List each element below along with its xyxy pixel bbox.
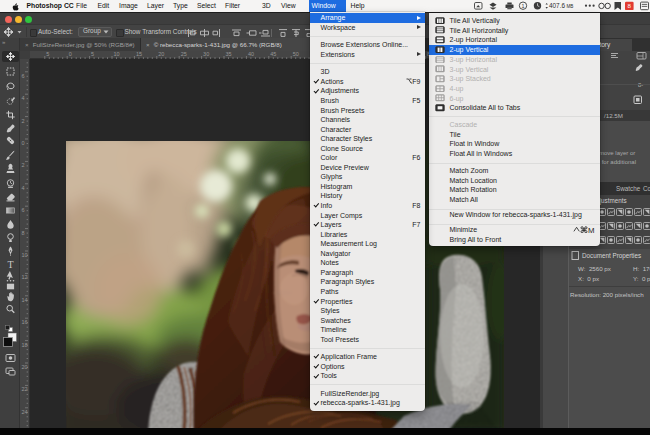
- svg-text:M: M: [588, 226, 595, 234]
- svg-text:T: T: [7, 259, 13, 270]
- svg-text:MB: MB: [567, 4, 574, 9]
- svg-text:1: 1: [522, 3, 525, 9]
- svg-text:407.6: 407.6: [549, 2, 565, 9]
- svg-text:8: 8: [628, 2, 632, 9]
